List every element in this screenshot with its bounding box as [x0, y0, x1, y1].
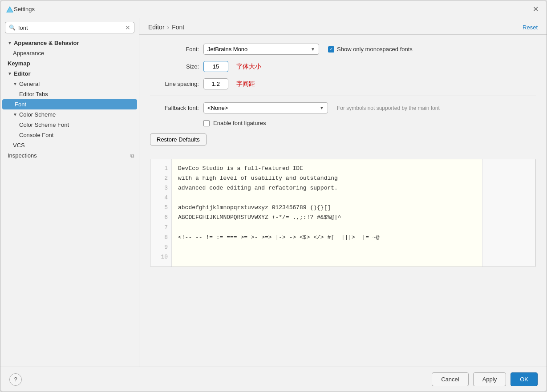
panel-header: Editor › Font Reset	[139, 18, 547, 35]
code-line	[178, 223, 476, 233]
line-number: 9	[154, 242, 168, 252]
sidebar-item-color-scheme[interactable]: ▼ Color Scheme	[0, 109, 139, 120]
cancel-button[interactable]: Cancel	[432, 372, 468, 386]
font-dropdown[interactable]: JetBrains Mono ▼	[203, 44, 319, 55]
restore-defaults-container: Restore Defaults	[150, 133, 536, 153]
code-line: <!-- -- != := === >= >- >=> |-> -> <$> <…	[178, 233, 476, 242]
line-spacing-hint: 字间距	[236, 80, 255, 88]
font-label: Font:	[150, 46, 199, 53]
sidebar-item-label: Font	[15, 101, 26, 108]
fallback-dropdown-value: <None>	[207, 105, 228, 111]
sidebar-item-label: Appearance & Behavior	[14, 40, 79, 46]
line-number: 4	[154, 193, 168, 203]
sidebar-item-label: Color Scheme Font	[19, 121, 69, 128]
fallback-dropdown[interactable]: <None> ▼	[203, 102, 328, 113]
preview-code: DevEco Studio is a full-featured IDEwith…	[172, 159, 482, 267]
apply-button[interactable]: Apply	[473, 372, 506, 386]
line-numbers: 12345678910	[150, 159, 172, 267]
reset-link[interactable]: Reset	[523, 24, 538, 31]
fallback-font-row: Fallback font: <None> ▼ For symbols not …	[150, 102, 536, 113]
main-content: 🔍 ✕ ▼ Appearance & Behavior Appearance K…	[0, 18, 547, 367]
size-input[interactable]	[203, 61, 228, 72]
sidebar-item-editor[interactable]: ▼ Editor	[0, 69, 139, 79]
line-number: 7	[154, 223, 168, 233]
help-button[interactable]: ?	[9, 373, 22, 386]
sidebar-item-label: Keymap	[8, 60, 30, 67]
ok-button[interactable]: OK	[511, 372, 538, 386]
ligatures-label: Enable font ligatures	[213, 120, 266, 126]
fallback-label: Fallback font:	[150, 105, 199, 111]
sidebar-item-label: Console Font	[19, 132, 53, 138]
breadcrumb-current: Font	[172, 24, 184, 31]
sidebar-item-inspections[interactable]: Inspections ⧉	[0, 150, 139, 161]
size-hint: 字体大小	[236, 63, 261, 71]
font-dropdown-value: JetBrains Mono	[207, 46, 247, 53]
sidebar-item-general[interactable]: ▼ General	[0, 79, 139, 89]
nav-section: ▼ Appearance & Behavior Appearance Keyma…	[0, 37, 139, 162]
settings-dialog: Settings ✕ 🔍 ✕ ▼ Appearance & Behavior A…	[0, 0, 547, 392]
size-label: Size:	[150, 63, 199, 70]
line-spacing-input[interactable]	[203, 78, 228, 89]
ligatures-checkbox[interactable]	[203, 120, 210, 126]
arrow-icon: ▼	[13, 112, 17, 117]
restore-defaults-button[interactable]: Restore Defaults	[150, 133, 207, 145]
sidebar-item-label: Inspections	[8, 152, 37, 159]
line-number: 8	[154, 233, 168, 242]
code-line: advanced code editing and refactoring su…	[178, 183, 476, 193]
divider	[150, 96, 536, 96]
ligatures-row: Enable font ligatures	[203, 120, 536, 126]
chevron-down-icon: ▼	[320, 105, 324, 110]
sidebar-item-keymap[interactable]: Keymap	[0, 58, 139, 69]
sidebar-item-console-font[interactable]: Console Font	[0, 130, 139, 140]
code-line	[178, 242, 476, 252]
arrow-icon: ▼	[8, 40, 12, 45]
code-line: ABCDEFGHIJKLMNOPQRSTUVWXYZ +-*/= .,;:!? …	[178, 213, 476, 222]
title-bar: Settings ✕	[0, 0, 547, 18]
breadcrumb-separator: ›	[167, 24, 170, 31]
sidebar-item-label: Editor Tabs	[19, 91, 48, 97]
sidebar-item-label: General	[19, 81, 40, 87]
sidebar-item-label: Appearance	[13, 50, 44, 57]
dialog-title: Settings	[14, 6, 530, 12]
sidebar-item-appearance[interactable]: Appearance	[0, 48, 139, 58]
line-spacing-row: Line spacing: 字间距	[150, 78, 536, 89]
line-number: 5	[154, 203, 168, 213]
search-input[interactable]	[18, 24, 122, 31]
arrow-icon: ▼	[13, 81, 17, 86]
fallback-hint: For symbols not supported by the main fo…	[337, 105, 440, 111]
code-line	[178, 193, 476, 203]
footer: ? Cancel Apply OK	[0, 367, 547, 392]
search-box[interactable]: 🔍 ✕	[5, 22, 134, 33]
preview-right-bar	[482, 159, 535, 267]
code-line: DevEco Studio is a full-featured IDE	[178, 164, 476, 174]
chevron-down-icon: ▼	[311, 47, 315, 52]
breadcrumb-parent: Editor	[148, 24, 165, 31]
code-line	[178, 252, 476, 262]
right-panel: Editor › Font Reset Font: JetBrains Mono…	[139, 18, 547, 367]
sidebar-item-font[interactable]: Font	[2, 99, 137, 109]
sidebar-item-editor-tabs[interactable]: Editor Tabs	[0, 89, 139, 99]
code-line: with a high level of usability and outst…	[178, 174, 476, 183]
sidebar-item-label: Editor	[14, 70, 31, 77]
sidebar-item-vcs[interactable]: VCS	[0, 140, 139, 150]
sidebar-item-appearance-behavior[interactable]: ▼ Appearance & Behavior	[0, 38, 139, 48]
monospaced-label: Show only monospaced fonts	[337, 46, 413, 53]
line-number: 3	[154, 183, 168, 193]
line-number: 1	[154, 164, 168, 174]
panel-body: Font: JetBrains Mono ▼ Show only monospa…	[139, 35, 547, 367]
close-button[interactable]: ✕	[530, 4, 541, 14]
breadcrumb: Editor › Font	[148, 24, 184, 31]
preview-area: 12345678910 DevEco Studio is a full-feat…	[150, 159, 536, 267]
line-spacing-label: Line spacing:	[150, 81, 199, 87]
monospaced-checkbox-group: Show only monospaced fonts	[328, 46, 413, 53]
sidebar-item-color-scheme-font[interactable]: Color Scheme Font	[0, 120, 139, 130]
arrow-icon: ▼	[8, 71, 12, 76]
search-icon: 🔍	[9, 24, 16, 31]
line-number: 2	[154, 174, 168, 183]
search-clear-button[interactable]: ✕	[125, 24, 130, 31]
font-row: Font: JetBrains Mono ▼ Show only monospa…	[150, 44, 536, 55]
sidebar-item-label: Color Scheme	[19, 111, 56, 118]
sidebar-item-label: VCS	[13, 142, 25, 149]
app-logo-icon	[6, 5, 14, 13]
monospaced-checkbox[interactable]	[328, 46, 334, 53]
